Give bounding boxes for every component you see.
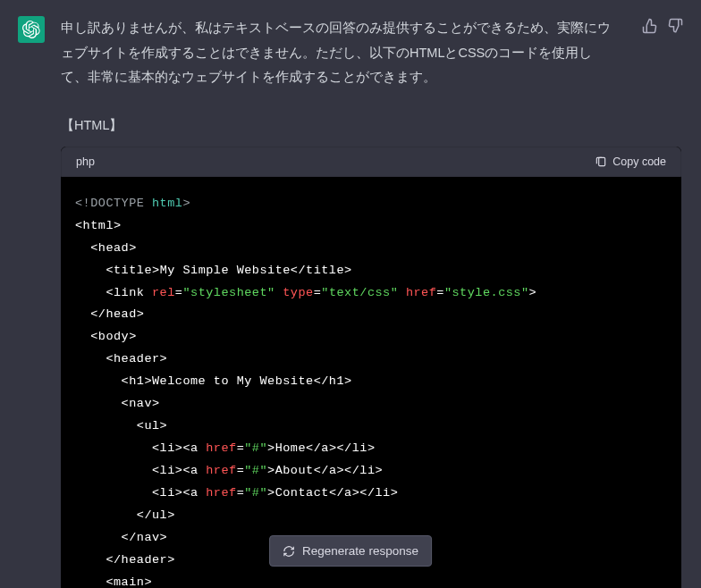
copy-code-button[interactable]: Copy code [595,155,666,168]
code-content[interactable]: <!DOCTYPE html> <html> <head> <title>My … [61,177,681,588]
copy-code-label: Copy code [612,155,666,168]
thumbs-down-button[interactable] [667,18,683,34]
regenerate-button[interactable]: Regenerate response [269,535,432,567]
code-block: php Copy code <!DOCTYPE html> <html> <he… [61,147,681,588]
thumbs-down-icon [667,18,683,34]
assistant-message: 申し訳ありませんが、私はテキストベースの回答のみ提供することができるため、実際に… [0,0,701,90]
thumbs-up-button[interactable] [642,18,658,34]
thumbs-up-icon [642,18,658,34]
code-header: php Copy code [61,147,681,177]
openai-icon [22,21,40,38]
assistant-text: 申し訳ありませんが、私はテキストベースの回答のみ提供することができるため、実際に… [61,16,626,90]
svg-rect-0 [599,157,605,165]
code-language-label: php [76,155,95,168]
feedback-controls [642,16,683,90]
code-section-label: 【HTML】 [61,117,701,134]
refresh-icon [283,545,295,558]
clipboard-icon [595,155,607,168]
assistant-avatar [18,16,45,43]
regenerate-label: Regenerate response [302,544,418,558]
